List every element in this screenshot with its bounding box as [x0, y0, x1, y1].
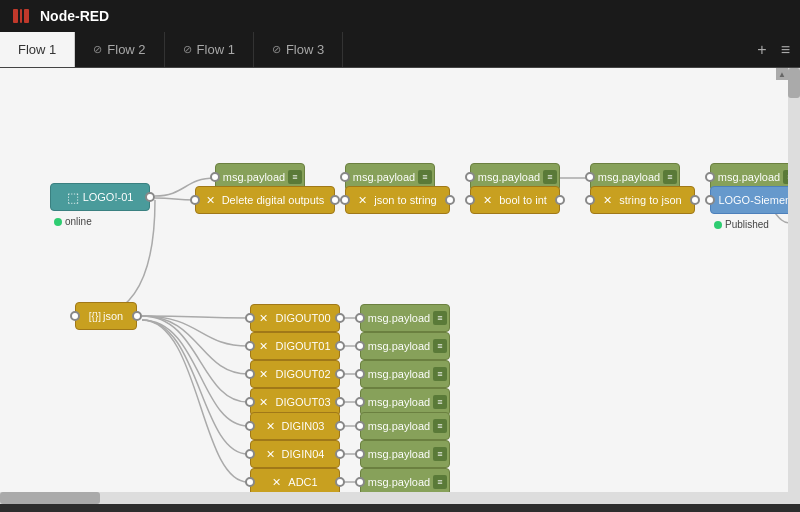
debug-icon-mid: ≡	[543, 170, 557, 184]
debug-icon-digin04: ≡	[433, 447, 447, 461]
digout03-label: DIGOUT03	[275, 396, 330, 408]
delete-digital-node[interactable]: ✕ Delete digital outputs	[195, 186, 335, 214]
digout00-x-icon: ✕	[259, 312, 271, 324]
port-left-delete	[190, 195, 200, 205]
debug-digout00-label: msg.payload	[368, 312, 430, 324]
port-left-digin04	[245, 449, 255, 459]
json-node[interactable]: [{}] json	[75, 302, 137, 330]
digin03-x-icon: ✕	[266, 420, 278, 432]
debug-far-right-label: msg.payload	[718, 171, 780, 183]
stj-x-icon: ✕	[603, 194, 615, 206]
port-left-siemens	[705, 195, 715, 205]
delete-digital-label: Delete digital outputs	[222, 194, 325, 206]
bti-x-icon: ✕	[483, 194, 495, 206]
port-right-logo	[145, 192, 155, 202]
scrollbar-horizontal-thumb[interactable]	[0, 492, 100, 504]
digout02-x-icon: ✕	[259, 368, 271, 380]
port-left-debug-mid	[465, 172, 475, 182]
debug-icon-right: ≡	[663, 170, 677, 184]
digout01-x-icon: ✕	[259, 340, 271, 352]
svg-rect-0	[13, 9, 18, 23]
digout02-node[interactable]: ✕ DIGOUT02	[250, 360, 340, 388]
port-right-digout02	[335, 369, 345, 379]
string-to-json-label: string to json	[619, 194, 681, 206]
tab-flow3[interactable]: ⊘ Flow 3	[254, 32, 343, 67]
debug-top1-label: msg.payload	[223, 171, 285, 183]
port-right-digout00	[335, 313, 345, 323]
digout01-label: DIGOUT01	[275, 340, 330, 352]
digin04-x-icon: ✕	[266, 448, 278, 460]
port-right-delete	[330, 195, 340, 205]
siemens-status: Published	[714, 219, 769, 230]
debug-icon-digout02: ≡	[433, 367, 447, 381]
port-left-debug-far-right	[705, 172, 715, 182]
port-right-digin03	[335, 421, 345, 431]
port-right-stj	[690, 195, 700, 205]
debug-icon-top2: ≡	[418, 170, 432, 184]
digin04-label: DIGIN04	[282, 448, 325, 460]
json-to-string-node[interactable]: ✕ json to string	[345, 186, 450, 214]
port-left-debug-digin04	[355, 449, 365, 459]
function-x-icon: ✕	[206, 194, 218, 206]
digout00-label: DIGOUT00	[275, 312, 330, 324]
port-right-jts	[445, 195, 455, 205]
port-left-debug-adc1	[355, 477, 365, 487]
debug-digout02-label: msg.payload	[368, 368, 430, 380]
debug-digin03[interactable]: msg.payload ≡	[360, 412, 450, 440]
jts-x-icon: ✕	[358, 194, 370, 206]
port-left-debug-digout00	[355, 313, 365, 323]
siemens-label: LOGO-Siemens	[718, 194, 796, 206]
debug-digout01-label: msg.payload	[368, 340, 430, 352]
port-left-debug-digout03	[355, 397, 365, 407]
tab-menu-button[interactable]: ≡	[775, 32, 796, 68]
siemens-status-dot	[714, 221, 722, 229]
debug-mid-label: msg.payload	[478, 171, 540, 183]
digout01-node[interactable]: ✕ DIGOUT01	[250, 332, 340, 360]
active-tab-label: Flow 1	[18, 42, 56, 57]
port-right-json	[132, 311, 142, 321]
logo-node[interactable]: ⬚ LOGO!-01 online	[50, 183, 150, 211]
digin03-node[interactable]: ✕ DIGIN03	[250, 412, 340, 440]
logo-status-dot	[54, 218, 62, 226]
digout02-label: DIGOUT02	[275, 368, 330, 380]
port-left-digout02	[245, 369, 255, 379]
debug-icon-digin03: ≡	[433, 419, 447, 433]
port-left-digout00	[245, 313, 255, 323]
debug-icon-digout03: ≡	[433, 395, 447, 409]
port-left-debug-right	[585, 172, 595, 182]
svg-rect-2	[24, 9, 29, 23]
scrollbar-vertical[interactable]	[788, 68, 800, 504]
digin04-node[interactable]: ✕ DIGIN04	[250, 440, 340, 468]
debug-digin04[interactable]: msg.payload ≡	[360, 440, 450, 468]
tab-flow1b-label: Flow 1	[197, 42, 235, 57]
scroll-up-btn[interactable]: ▲	[776, 68, 788, 80]
debug-icon-adc1: ≡	[433, 475, 447, 489]
port-right-adc1	[335, 477, 345, 487]
debug-icon-digout00: ≡	[433, 311, 447, 325]
digout00-node[interactable]: ✕ DIGOUT00	[250, 304, 340, 332]
port-right-bti	[555, 195, 565, 205]
debug-digout02[interactable]: msg.payload ≡	[360, 360, 450, 388]
digout03-x-icon: ✕	[259, 396, 271, 408]
logo-siemens-node[interactable]: LOGO-Siemens Published	[710, 186, 800, 214]
port-left-debug-digout01	[355, 341, 365, 351]
scrollbar-horizontal[interactable]	[0, 492, 788, 504]
scrollbar-vertical-thumb[interactable]	[788, 68, 800, 98]
app-logo-icon	[10, 5, 32, 27]
tab-flow1-active[interactable]: Flow 1	[0, 32, 75, 67]
add-tab-button[interactable]: +	[751, 32, 772, 68]
tab-flow3-icon: ⊘	[272, 43, 281, 56]
debug-digin03-label: msg.payload	[368, 420, 430, 432]
bool-to-int-label: bool to int	[499, 194, 547, 206]
string-to-json-node[interactable]: ✕ string to json	[590, 186, 695, 214]
port-right-digout03	[335, 397, 345, 407]
logo-node-label: LOGO!-01	[83, 191, 134, 203]
tab-flow1b-icon: ⊘	[183, 43, 192, 56]
debug-digout00[interactable]: msg.payload ≡	[360, 304, 450, 332]
tab-flow2[interactable]: ⊘ Flow 2	[75, 32, 164, 67]
tab-flow1b[interactable]: ⊘ Flow 1	[165, 32, 254, 67]
bool-to-int-node[interactable]: ✕ bool to int	[470, 186, 560, 214]
flow-canvas[interactable]: msg.payload ≡ ⬚ LOGO!-01 online ✕ Delete…	[0, 68, 800, 504]
port-left-stj	[585, 195, 595, 205]
debug-digout01[interactable]: msg.payload ≡	[360, 332, 450, 360]
